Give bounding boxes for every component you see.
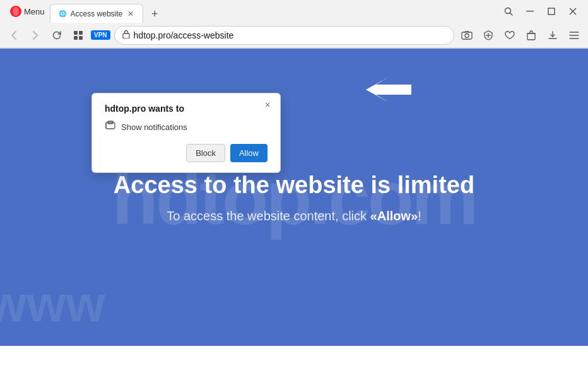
svg-point-14 [465,33,469,37]
allow-button[interactable]: Allow [230,144,268,162]
popup-close-button[interactable]: × [261,98,274,111]
window-controls [498,3,583,20]
svg-line-3 [510,13,513,16]
tab-close-button[interactable]: ✕ [126,8,135,20]
hamburger-menu-icon[interactable] [565,27,583,44]
page-heading: Access to the website is limited [114,172,474,199]
download-icon[interactable] [544,27,562,44]
menu-label: Menu [24,7,45,16]
maximize-button[interactable] [541,3,562,20]
block-button[interactable]: Block [186,144,225,162]
opera-menu-button[interactable]: Menu [5,3,50,20]
reload-button[interactable] [48,27,66,44]
extensions-button[interactable] [69,27,87,44]
page-subtext: To access the website content, click «Al… [167,209,421,223]
package-icon[interactable] [522,27,540,44]
svg-rect-17 [527,33,535,40]
tab-favicon: 🌐 [58,9,67,18]
popup-title: hdtop.pro wants to [105,104,268,114]
subtext-after: ! [418,209,421,223]
popup-permission: Show notifications [105,120,268,134]
svg-rect-12 [123,33,129,39]
svg-rect-9 [79,31,83,35]
page-content: hdtop.com www Access to the website is l… [0,49,588,346]
svg-rect-4 [526,11,534,11]
lock-icon [122,30,130,40]
close-button[interactable] [563,3,583,20]
shield-icon[interactable] [479,27,497,44]
popup-actions: Block Allow [105,144,268,162]
minimize-button[interactable] [520,3,540,20]
tab-title: Access website [71,9,123,18]
address-bar: VPN hdtop.pro/access-website [0,23,588,48]
active-tab[interactable]: 🌐 Access website ✕ [50,4,144,23]
search-window-button[interactable] [498,3,519,20]
subtext-before: To access the website content, click [167,209,370,223]
notification-popup: × hdtop.pro wants to Show notifications … [91,93,281,173]
camera-icon[interactable] [458,27,476,44]
address-input[interactable]: hdtop.pro/access-website [114,26,454,45]
watermark-left: www [0,275,105,333]
svg-rect-11 [79,36,83,40]
svg-rect-8 [74,31,78,35]
svg-rect-5 [548,8,555,15]
svg-point-1 [13,8,19,16]
arrow-container [361,74,411,108]
subtext-emphasis: «Allow» [370,209,418,223]
toolbar-icons [458,27,583,44]
permission-label: Show notifications [121,122,187,132]
url-text: hdtop.pro/access-website [134,30,446,40]
vpn-badge[interactable]: VPN [91,30,110,40]
arrow-icon [361,74,411,105]
svg-rect-10 [74,36,78,40]
forward-button[interactable] [26,27,44,44]
svg-marker-21 [366,77,411,102]
notification-bell-icon [105,120,116,134]
back-button[interactable] [5,27,23,44]
heart-icon[interactable] [501,27,519,44]
svg-rect-13 [462,32,472,39]
new-tab-button[interactable]: + [146,5,163,23]
